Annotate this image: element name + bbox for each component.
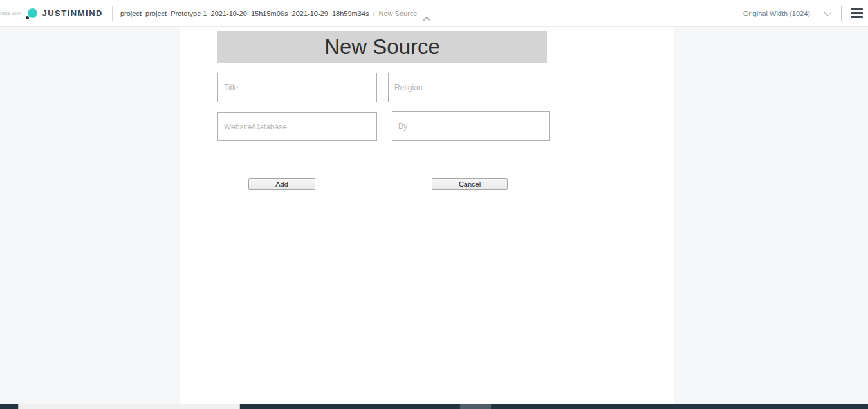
add-button[interactable]: Add — [248, 178, 315, 190]
justinmind-logo-icon — [26, 8, 37, 19]
title-field[interactable] — [217, 73, 377, 102]
by-field[interactable] — [392, 111, 550, 141]
bottom-scrollbar-track — [0, 404, 868, 409]
topbar-divider — [112, 6, 113, 21]
menu-hamburger-icon[interactable] — [851, 6, 863, 21]
made-with-label: Made with — [0, 10, 21, 16]
justinmind-logo[interactable]: JUSTINMIND — [26, 8, 102, 19]
breadcrumb-page: New Source — [379, 10, 418, 17]
collapse-topbar-chevron-up-icon[interactable] — [422, 16, 431, 22]
topbar-left: Made with JUSTINMIND project_project_Pro… — [0, 0, 417, 26]
simulation-viewport: New Source Add Cancel — [0, 27, 868, 404]
inner-scrollbar-thumb[interactable] — [460, 404, 491, 409]
page-title: New Source — [217, 31, 547, 63]
topbar: Made with JUSTINMIND project_project_Pro… — [0, 0, 868, 27]
religion-field[interactable] — [388, 73, 546, 102]
width-selector-label: Original Width (1024) — [743, 10, 810, 17]
breadcrumb-project: project_project_Prototype 1_2021-10-20_1… — [120, 10, 369, 17]
logo-circle — [28, 8, 37, 18]
website-database-field[interactable] — [217, 112, 377, 141]
cancel-button[interactable]: Cancel — [432, 178, 508, 190]
justinmind-wordmark: JUSTINMIND — [42, 8, 102, 18]
horizontal-scrollbar-thumb[interactable] — [18, 404, 240, 409]
topbar-right-divider — [841, 6, 842, 21]
breadcrumb-separator: / — [373, 10, 374, 17]
breadcrumb: project_project_Prototype 1_2021-10-20_1… — [120, 10, 418, 17]
prototype-canvas: New Source Add Cancel — [180, 27, 674, 404]
topbar-right: Original Width (1024) — [743, 0, 863, 26]
width-selector-dropdown[interactable]: Original Width (1024) — [743, 10, 841, 17]
chevron-down-icon — [824, 8, 831, 15]
